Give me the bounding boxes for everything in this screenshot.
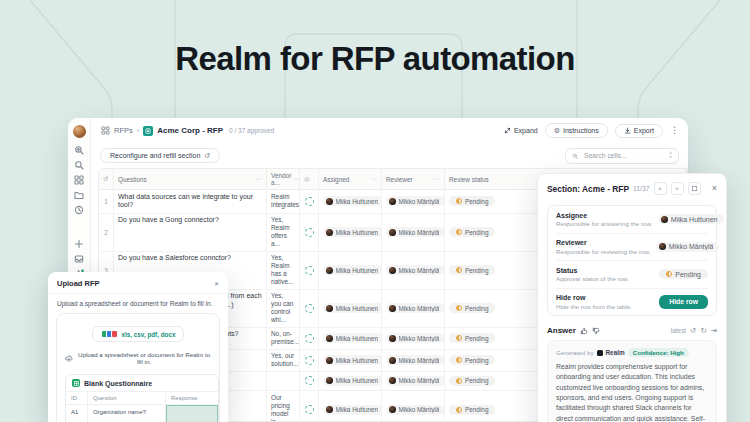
column-menu-icon[interactable]: ⋯ bbox=[293, 175, 299, 183]
answer-status-cell[interactable] bbox=[300, 372, 319, 391]
avatar bbox=[326, 377, 333, 384]
pending-icon bbox=[456, 267, 462, 273]
vendor-answer-cell[interactable]: Realm integrates... bbox=[267, 190, 300, 213]
assignee-desc: Responsible for answering the row. bbox=[556, 220, 652, 227]
assigned-cell[interactable]: Miika Huttunen bbox=[319, 252, 382, 289]
search-icon[interactable] bbox=[74, 160, 84, 170]
stepper-icon[interactable]: ˄˅ bbox=[669, 152, 672, 159]
search-cells-box[interactable]: ˄˅ bbox=[565, 148, 679, 164]
person-name: Miika Huttunen bbox=[336, 377, 379, 384]
column-menu-icon[interactable]: ⋯ bbox=[434, 175, 440, 183]
avatar bbox=[389, 406, 396, 413]
assigned-cell[interactable]: Miika Huttunen bbox=[319, 214, 382, 251]
reviewer-cell[interactable]: Mikko Mäntylä bbox=[382, 391, 445, 422]
assigned-cell[interactable]: Miika Huttunen bbox=[319, 350, 382, 371]
instructions-button[interactable]: ⚙ Instructions bbox=[545, 123, 608, 138]
prev-row-button[interactable]: ˄ bbox=[654, 182, 667, 195]
person-name: Miika Huttunen bbox=[336, 229, 379, 236]
answer-header: Answer latest ↺ ↻ ⇥ bbox=[547, 326, 717, 335]
section-panel-header: Section: Acme - RFP 11/37 ˄ ˅ × bbox=[547, 182, 717, 195]
reviewer-cell[interactable]: Mikko Mäntylä bbox=[382, 190, 445, 213]
history-icon[interactable] bbox=[74, 205, 84, 215]
reviewer-cell[interactable]: Mikko Mäntylä bbox=[382, 350, 445, 371]
question-cell[interactable]: What data sources can we integrate to yo… bbox=[114, 190, 267, 213]
download-icon bbox=[624, 127, 631, 134]
undo-icon: ↺ bbox=[103, 175, 108, 183]
header-answer-status[interactable]: ◎ bbox=[300, 169, 319, 189]
column-menu-icon[interactable]: ⋯ bbox=[256, 175, 262, 183]
grid-icon[interactable] bbox=[74, 175, 84, 185]
hide-row-button[interactable]: Hide row bbox=[659, 295, 708, 309]
search-edit-icon[interactable] bbox=[74, 145, 84, 155]
status-label: Pending bbox=[465, 357, 488, 364]
search-input[interactable] bbox=[582, 151, 665, 160]
answer-status-cell[interactable] bbox=[300, 252, 319, 289]
redo-icon[interactable]: ↻ bbox=[700, 326, 706, 335]
person-name: Miika Huttunen bbox=[336, 357, 379, 364]
vendor-answer-cell[interactable]: Yes, Realm has a native... bbox=[267, 252, 300, 289]
reviewer-cell[interactable]: Mikko Mäntylä bbox=[382, 214, 445, 251]
header-questions[interactable]: Questions⋯ bbox=[114, 169, 267, 189]
vendor-answer-cell[interactable]: Yes, Realm offers a... bbox=[267, 214, 300, 251]
reviewer-cell[interactable]: Mikko Mäntylä bbox=[382, 372, 445, 391]
close-icon[interactable]: × bbox=[214, 280, 219, 288]
header-row-number: ↺ bbox=[99, 169, 114, 189]
header-assigned[interactable]: Assigned⋯ bbox=[319, 169, 382, 189]
answer-status-cell[interactable] bbox=[300, 190, 319, 213]
question-cell[interactable]: Do you have a Gong connector? bbox=[114, 214, 267, 251]
apps-icon[interactable] bbox=[100, 126, 110, 136]
person-name: Mikko Mäntylä bbox=[399, 335, 440, 342]
plus-icon[interactable] bbox=[74, 239, 84, 249]
assigned-cell[interactable]: Miika Huttunen bbox=[319, 372, 382, 391]
status-badge[interactable]: Pending bbox=[659, 269, 708, 279]
cell-response bbox=[166, 405, 218, 422]
search-icon bbox=[572, 153, 578, 159]
generated-by-label: Generated by bbox=[556, 349, 594, 356]
user-avatar[interactable] bbox=[73, 125, 86, 138]
breadcrumb-root[interactable]: RFPs bbox=[114, 126, 133, 135]
avatar bbox=[661, 216, 668, 223]
reviewer-pill[interactable]: Mikko Mäntylä bbox=[656, 242, 719, 252]
skip-end-icon[interactable]: ⇥ bbox=[711, 326, 717, 335]
assigned-cell[interactable]: Miika Huttunen bbox=[319, 190, 382, 213]
reviewer-cell[interactable]: Mikko Mäntylä bbox=[382, 290, 445, 327]
breadcrumb-current[interactable]: Acme Corp - RFP bbox=[157, 126, 223, 135]
reconfigure-button[interactable]: Reconfigure and refill section ↺ bbox=[100, 148, 220, 163]
vendor-answer-cell[interactable]: Yes, you can control whi... bbox=[267, 290, 300, 327]
column-menu-icon[interactable]: ⋯ bbox=[371, 175, 377, 183]
more-menu-icon[interactable]: ⋮ bbox=[670, 126, 679, 135]
answer-status-cell[interactable] bbox=[300, 214, 319, 251]
thumbs-up-icon[interactable] bbox=[580, 327, 588, 335]
person-pill: Mikko Mäntylä bbox=[386, 355, 445, 365]
assigned-cell[interactable]: Miika Huttunen bbox=[319, 290, 382, 327]
header-vendor[interactable]: Vendor a...⋯ bbox=[267, 169, 300, 189]
answer-status-cell[interactable] bbox=[300, 391, 319, 422]
reviewer-cell[interactable]: Mikko Mäntylä bbox=[382, 328, 445, 349]
pending-icon bbox=[456, 198, 462, 204]
expand-panel-button[interactable] bbox=[688, 182, 701, 195]
reviewer-cell[interactable]: Mikko Mäntylä bbox=[382, 252, 445, 289]
next-row-button[interactable]: ˅ bbox=[671, 182, 684, 195]
export-button[interactable]: Export bbox=[615, 124, 663, 138]
vendor-answer-cell[interactable]: Yes, our solution... bbox=[267, 350, 300, 371]
assigned-cell[interactable]: Miika Huttunen bbox=[319, 391, 382, 422]
vendor-answer-cell[interactable] bbox=[267, 372, 300, 391]
thumbs-down-icon[interactable] bbox=[592, 327, 600, 335]
vendor-answer-cell[interactable]: Our pricing model is... bbox=[267, 391, 300, 422]
upload-dropzone[interactable]: xls, csv, pdf, docx Upload a spreadsheet… bbox=[56, 313, 220, 422]
answer-status-cell[interactable] bbox=[300, 290, 319, 327]
vendor-answer-cell[interactable]: No, on-premise... bbox=[267, 328, 300, 349]
row-number: 1 bbox=[99, 190, 114, 213]
close-icon[interactable]: × bbox=[712, 184, 717, 193]
inbox-icon[interactable] bbox=[74, 254, 84, 264]
assigned-cell[interactable]: Miika Huttunen bbox=[319, 328, 382, 349]
expand-button[interactable]: Expand bbox=[504, 127, 538, 134]
answer-status-cell[interactable] bbox=[300, 328, 319, 349]
folder-icon[interactable] bbox=[74, 190, 84, 200]
answer-status-cell[interactable] bbox=[300, 350, 319, 371]
header-reviewer[interactable]: Reviewer⋯ bbox=[382, 169, 445, 189]
assignee-pill[interactable]: Miika Huttunen bbox=[658, 214, 723, 224]
avatar bbox=[326, 267, 333, 274]
undo-icon[interactable]: ↺ bbox=[690, 326, 696, 335]
breadcrumb: RFPs › Acme Corp - RFP 0 / 37 approved bbox=[100, 126, 274, 136]
